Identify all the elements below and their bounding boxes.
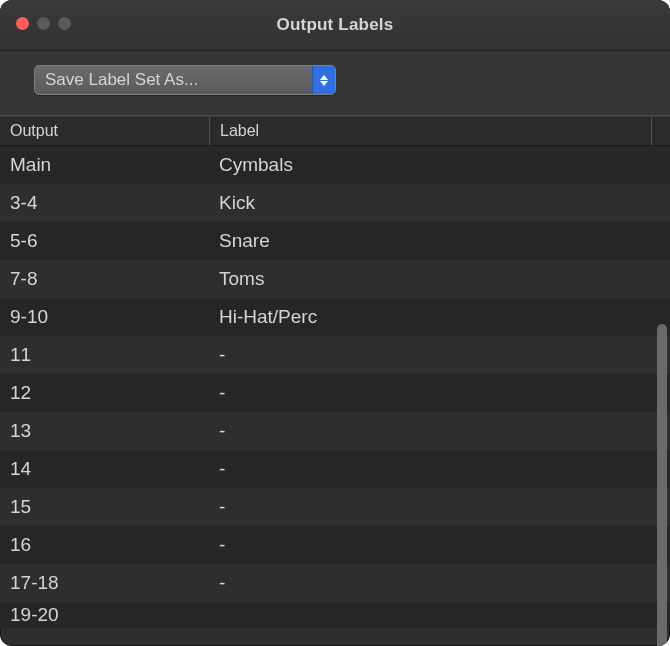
cell-output[interactable]: 5-6 <box>0 230 209 252</box>
output-labels-window: Output Labels Save Label Set As... Outpu… <box>0 0 670 646</box>
chevron-up-icon <box>320 75 328 80</box>
zoom-button[interactable] <box>58 17 71 30</box>
table-body: MainCymbals3-4Kick5-6Snare7-8Toms9-10Hi-… <box>0 146 670 646</box>
scrollbar-thumb[interactable] <box>657 324 667 646</box>
cell-label[interactable]: - <box>209 496 670 518</box>
table-row[interactable]: 5-6Snare <box>0 222 670 260</box>
table-row[interactable]: 12- <box>0 374 670 412</box>
preset-dropdown-label: Save Label Set As... <box>35 70 312 90</box>
cell-output[interactable]: 3-4 <box>0 192 209 214</box>
table-row[interactable]: 14- <box>0 450 670 488</box>
toolbar: Save Label Set As... <box>0 51 670 116</box>
cell-label[interactable]: - <box>209 534 670 556</box>
table-row[interactable]: 16- <box>0 526 670 564</box>
cell-label[interactable]: - <box>209 382 670 404</box>
traffic-lights <box>16 17 71 30</box>
cell-output[interactable]: 19-20 <box>0 604 209 626</box>
cell-label[interactable]: Snare <box>209 230 670 252</box>
column-header-scroll-gutter <box>651 117 670 145</box>
table-row[interactable]: 7-8Toms <box>0 260 670 298</box>
cell-output[interactable]: 7-8 <box>0 268 209 290</box>
window-title: Output Labels <box>0 15 670 35</box>
cell-label[interactable]: - <box>209 458 670 480</box>
table-row[interactable]: 19-20 <box>0 602 670 628</box>
cell-output[interactable]: 11 <box>0 344 209 366</box>
close-button[interactable] <box>16 17 29 30</box>
cell-output[interactable]: 17-18 <box>0 572 209 594</box>
table-row[interactable]: 9-10Hi-Hat/Perc <box>0 298 670 336</box>
column-header-label[interactable]: Label <box>210 117 651 145</box>
clip-indicator <box>0 626 670 646</box>
titlebar[interactable]: Output Labels <box>0 0 670 51</box>
cell-label[interactable]: Toms <box>209 268 670 290</box>
cell-output[interactable]: 13 <box>0 420 209 442</box>
chevron-down-icon <box>320 81 328 86</box>
cell-output[interactable]: 9-10 <box>0 306 209 328</box>
cell-output[interactable]: 16 <box>0 534 209 556</box>
table-row[interactable]: 13- <box>0 412 670 450</box>
cell-output[interactable]: 15 <box>0 496 209 518</box>
table-row[interactable]: 17-18- <box>0 564 670 602</box>
dropdown-stepper-icon <box>312 66 335 94</box>
cell-label[interactable]: - <box>209 572 670 594</box>
preset-dropdown[interactable]: Save Label Set As... <box>34 65 336 95</box>
cell-label[interactable]: - <box>209 420 670 442</box>
cell-label[interactable]: Kick <box>209 192 670 214</box>
table-row[interactable]: 15- <box>0 488 670 526</box>
cell-output[interactable]: 14 <box>0 458 209 480</box>
minimize-button[interactable] <box>37 17 50 30</box>
table-header: Output Label <box>0 116 670 146</box>
table-row[interactable]: MainCymbals <box>0 146 670 184</box>
cell-label[interactable]: - <box>209 344 670 366</box>
cell-label[interactable]: Hi-Hat/Perc <box>209 306 670 328</box>
cell-output[interactable]: 12 <box>0 382 209 404</box>
cell-output[interactable]: Main <box>0 154 209 176</box>
table-row[interactable]: 11- <box>0 336 670 374</box>
cell-label[interactable]: Cymbals <box>209 154 670 176</box>
table-row[interactable]: 3-4Kick <box>0 184 670 222</box>
column-header-output[interactable]: Output <box>0 117 210 145</box>
